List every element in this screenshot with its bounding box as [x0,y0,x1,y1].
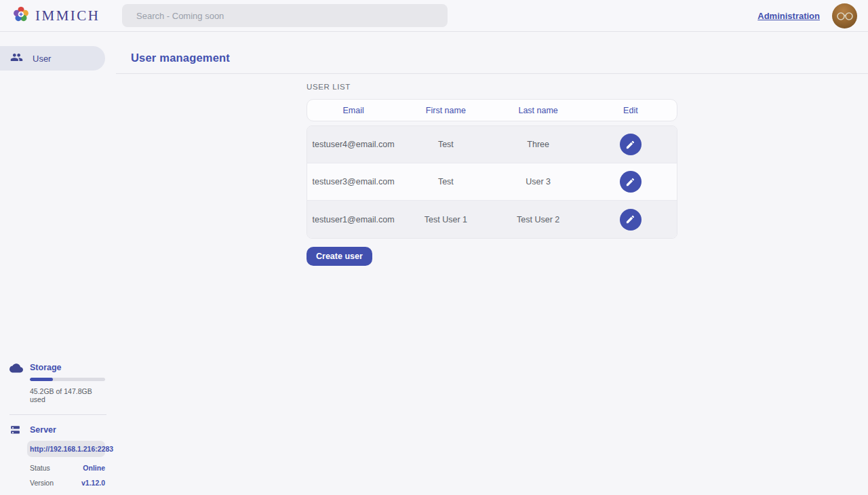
column-header-first-name: First name [399,106,492,115]
sidebar-footer: Storage 45.2GB of 147.8GB used Server [0,363,116,487]
column-header-last-name: Last name [492,106,585,115]
brand[interactable]: IMMICH [0,6,122,25]
main-header: User management [116,32,868,74]
table-row: testuser3@email.comTestUser 3 [307,163,677,201]
sidebar-item-user[interactable]: User [0,46,105,71]
immich-admin-screen: IMMICH Administration User [0,0,868,495]
main-panel: User management USER LIST Email First na… [116,32,868,495]
user-avatar[interactable] [832,3,857,28]
administration-link[interactable]: Administration [757,11,820,21]
pencil-icon [625,214,635,224]
page-title: User management [131,52,868,64]
user-table-body: testuser4@email.comTestThreetestuser3@em… [307,125,677,239]
user-email: testuser3@email.com [307,177,399,186]
content-area: USER LIST Email First name Last name Edi… [116,74,868,266]
sidebar: User Storage 45.2GB of 147.8GB used [0,32,116,495]
search-bar [122,4,448,27]
user-last-name: Three [492,140,585,149]
status-label: Status [30,464,50,472]
brand-name: IMMICH [35,7,100,24]
server-status-row: Status Online [0,464,116,472]
edit-user-button[interactable] [620,209,642,231]
status-value: Online [83,464,105,472]
user-last-name: Test User 2 [492,215,585,224]
column-header-email: Email [307,106,399,115]
storage-usage-text: 45.2GB of 147.8GB used [30,387,105,403]
create-user-button[interactable]: Create user [307,247,372,266]
server-url-badge[interactable]: http://192.168.1.216:2283 [27,441,105,457]
user-table-header: Email First name Last name Edit [307,99,677,121]
immich-logo-icon [13,6,29,25]
version-value: v1.12.0 [81,479,105,487]
user-table: Email First name Last name Edit testuser… [307,99,677,239]
server-version-row: Version v1.12.0 [0,479,116,487]
table-row: testuser4@email.comTestThree [307,126,677,163]
glasses-icon [835,12,855,21]
sidebar-item-label: User [33,54,51,64]
user-last-name: User 3 [492,177,585,186]
user-email: testuser1@email.com [307,215,399,224]
server-icon [9,424,21,439]
pencil-icon [625,177,635,187]
column-header-edit: Edit [585,106,677,115]
edit-user-button[interactable] [620,134,642,155]
sidebar-footer-divider [9,414,106,415]
edit-user-button[interactable] [620,171,642,193]
user-first-name: Test [399,140,492,149]
version-label: Version [30,479,54,487]
user-email: testuser4@email.com [307,140,399,149]
storage-progress-bar [30,378,105,381]
cloud-icon [9,362,23,376]
table-row: testuser1@email.comTest User 1Test User … [307,201,677,238]
server-section: Server [0,425,116,435]
pencil-icon [625,140,635,150]
user-first-name: Test User 1 [399,215,492,224]
storage-title: Storage [30,363,105,372]
user-first-name: Test [399,177,492,186]
storage-progress-fill [30,378,53,381]
server-title: Server [30,425,105,435]
search-input[interactable] [122,4,448,27]
storage-section: Storage 45.2GB of 147.8GB used [0,363,116,403]
users-group-icon [10,51,23,66]
top-bar: IMMICH Administration [0,0,868,32]
user-list-label: USER LIST [307,83,868,91]
